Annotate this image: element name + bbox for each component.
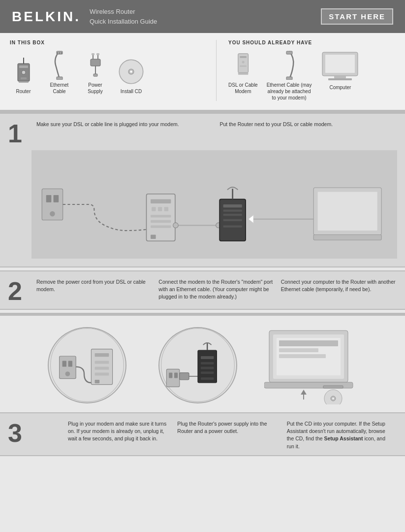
cd-label: Install CD <box>121 88 142 95</box>
step2-text3: Connect your computer to the Router with… <box>281 279 396 292</box>
step3-col1: Plug in your modem and make sure it turn… <box>68 420 177 450</box>
belkin-logo: BELKIN. <box>12 9 81 25</box>
svg-rect-62 <box>62 361 66 367</box>
power-supply-icon <box>82 50 109 80</box>
svg-rect-70 <box>94 380 99 383</box>
item-computer: Computer <box>320 50 360 91</box>
item-eth-already: Ethernet Cable (mayalready be attachedto… <box>267 50 312 101</box>
svg-rect-82 <box>201 371 214 374</box>
power-supply-label: PowerSupply <box>88 82 103 95</box>
step1-number: 1 <box>8 121 32 146</box>
svg-rect-2 <box>19 66 28 68</box>
step3-laptop-img <box>259 326 368 404</box>
install-cd-icon <box>118 57 145 86</box>
router-label: Router <box>16 88 31 95</box>
step3-modem-img <box>38 326 136 404</box>
in-box-label: IN THIS BOX <box>10 40 206 45</box>
header: BELKIN. Wireless Router Quick Installati… <box>0 0 405 33</box>
modem-icon <box>229 50 256 80</box>
svg-rect-43 <box>151 225 171 228</box>
svg-rect-44 <box>151 235 156 239</box>
step3-diagrams <box>31 326 374 404</box>
svg-rect-29 <box>325 55 355 73</box>
svg-rect-11 <box>91 59 100 66</box>
svg-rect-54 <box>223 225 242 227</box>
modem-label: DSL or CableModem <box>228 82 258 95</box>
svg-rect-4 <box>21 77 27 79</box>
step1-col2: Put the Router next to your DSL or cable… <box>220 121 398 128</box>
computer-icon <box>320 50 360 82</box>
step2-col1: Remove the power cord from your DSL or c… <box>36 278 158 301</box>
svg-rect-67 <box>94 361 109 364</box>
header-subtitle: Wireless Router Quick Installation Guide <box>90 7 157 26</box>
item-cd: Install CD <box>118 57 145 95</box>
svg-rect-81 <box>201 367 214 369</box>
svg-point-64 <box>65 371 70 376</box>
svg-point-94 <box>332 398 334 399</box>
in-box-section: IN THIS BOX Router <box>0 33 405 110</box>
svg-rect-73 <box>169 373 172 378</box>
step2-section: 2 Remove the power cord from your DSL or… <box>0 270 405 310</box>
ethernet-cable-icon <box>46 50 73 80</box>
step3-modem-svg <box>49 327 125 403</box>
svg-rect-25 <box>238 72 249 74</box>
header-left: BELKIN. Wireless Router Quick Installati… <box>12 7 157 26</box>
svg-rect-53 <box>223 219 242 221</box>
router-icon <box>10 57 37 86</box>
svg-rect-50 <box>223 204 242 207</box>
svg-rect-59 <box>313 235 381 240</box>
svg-rect-41 <box>151 215 171 217</box>
svg-point-20 <box>130 70 132 72</box>
svg-rect-17 <box>96 53 99 55</box>
eth-already-icon <box>276 50 303 80</box>
step3-laptop-svg <box>264 326 363 404</box>
step2-col2: Connect the modem to the Router's "modem… <box>158 278 280 301</box>
step1-diagram <box>31 150 397 259</box>
step1-row: 1 Make sure your DSL or cable line is pl… <box>0 121 405 146</box>
svg-rect-13 <box>93 74 97 76</box>
step1-instructions: Make sure your DSL or cable line is plug… <box>36 121 397 128</box>
step3-text-cols: Plug in your modem and make sure it turn… <box>36 420 397 450</box>
svg-rect-91 <box>323 386 343 388</box>
ethernet-cable-label: EthernetCable <box>50 82 69 95</box>
step2-row: 2 Remove the power cord from your DSL or… <box>0 278 405 304</box>
svg-rect-37 <box>151 199 171 203</box>
step3-col2: Plug the Router's power supply into the … <box>177 420 286 450</box>
svg-rect-42 <box>151 220 171 223</box>
svg-rect-74 <box>174 373 178 378</box>
already-have-label: YOU SHOULD ALREADY HAVE <box>228 40 395 45</box>
svg-rect-83 <box>201 377 214 380</box>
already-have-section: YOU SHOULD ALREADY HAVE DSL or CableMode… <box>217 40 395 101</box>
step1-text2: Put the Router next to your DSL or cable… <box>220 121 333 127</box>
step3-text1: Plug in your modem and make sure it turn… <box>68 421 166 441</box>
svg-rect-38 <box>152 207 156 211</box>
step1-text1: Make sure your DSL or cable line is plug… <box>36 121 179 127</box>
svg-rect-22 <box>240 56 247 58</box>
step2-instructions: Remove the power cord from your DSL or c… <box>36 278 397 301</box>
step1-svg <box>31 150 397 259</box>
step2-text2: Connect the modem to the Router's "modem… <box>158 279 273 299</box>
svg-marker-95 <box>301 390 307 395</box>
svg-rect-26 <box>286 51 292 54</box>
svg-rect-63 <box>68 361 72 367</box>
setup-assistant-bold: Setup Assistant <box>324 435 363 441</box>
svg-rect-89 <box>279 354 326 358</box>
svg-rect-66 <box>94 353 109 357</box>
svg-rect-68 <box>94 367 109 370</box>
step3-router-circle <box>158 327 237 403</box>
in-box-items: Router EthernetCable <box>10 50 206 95</box>
svg-rect-7 <box>57 77 62 80</box>
step3-number: 3 <box>8 420 32 446</box>
computer-label: Computer <box>329 84 351 91</box>
svg-point-35 <box>50 211 55 217</box>
step3-modem-circle <box>48 327 126 403</box>
svg-rect-40 <box>164 207 168 211</box>
svg-rect-27 <box>286 77 292 80</box>
svg-rect-79 <box>201 356 214 359</box>
svg-rect-72 <box>166 369 179 387</box>
step2-number: 2 <box>8 278 32 304</box>
svg-rect-87 <box>279 340 338 346</box>
header-title: Wireless Router <box>90 7 157 17</box>
start-here-badge: START HERE <box>321 8 393 25</box>
item-ethernet: EthernetCable <box>46 50 73 95</box>
